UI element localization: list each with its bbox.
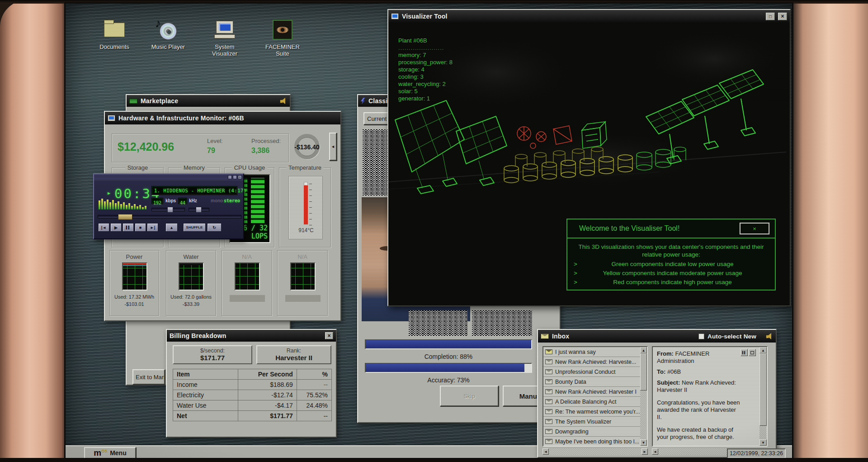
previous-button[interactable]: |◄ [98,223,109,232]
eye-icon [270,19,295,41]
monitor-bezel-left [0,0,66,462]
folder-icon [102,19,127,41]
desktop-icon-music-player[interactable]: ♪ Music Player [147,19,189,50]
list-item[interactable]: I just wanna say [543,347,640,357]
marketplace-titlebar[interactable]: Marketplace [127,95,290,107]
marketplace-icon [129,99,137,104]
stats-panel: $12,420.96 Level: 79 Processed: 3,386 [112,133,289,162]
close-icon[interactable]: × [238,175,242,179]
menu-button[interactable]: mOS Menu [84,447,136,458]
maximize-icon[interactable]: □ [766,13,775,20]
play-button[interactable]: ▶ [110,223,122,232]
speaker-icon[interactable] [280,98,287,104]
marketplace-title: Marketplace [141,97,277,105]
table-row: Water Use-$4.1724.48% [173,400,332,411]
inbox-icon [541,333,549,339]
message-list: I just wanna say New Rank Achieved: Harv… [542,346,648,447]
stat-storage: storage: 4 [398,66,453,73]
list-item[interactable]: Re: The warmest welcome you'r... [543,407,640,417]
pause-button[interactable]: ▌▌ [123,223,134,232]
popout-button[interactable] [749,349,756,356]
list-hscrollbar[interactable]: ◄ ► [542,448,648,455]
resource-power: Power Used: 17.32 MWh -$103.01 [109,250,159,316]
list-scrollbar[interactable]: ▲ ▼ [640,347,647,446]
icon-label: Documents [94,43,135,50]
legend-yellow: > Yellow components indicate moderate po… [567,270,775,276]
volume-slider[interactable] [151,208,185,211]
list-item[interactable]: New Rank Achieved: Harveste... [543,357,640,367]
read-envelope-icon [545,359,552,364]
scrollbar-thumb[interactable] [640,353,647,391]
visualizer-titlebar[interactable]: Visualizer Tool □ × [388,10,790,23]
level-value: 79 [207,147,215,155]
list-item[interactable]: Bounty Data [543,377,640,387]
scroll-left-icon[interactable]: ◄ [542,448,549,455]
scroll-left-icon[interactable]: ◄ [652,448,658,455]
list-item[interactable]: Maybe I've been doing this too l... [543,437,640,447]
seek-bar[interactable] [98,215,241,219]
cd-icon: ♪ [156,19,180,41]
visualizer-title: Visualizer Tool [402,13,763,20]
processed-label: Processed: [251,138,281,144]
welcome-dialog-header: Welcome to the Visualiser Tool! × [567,219,775,238]
auto-select-checkbox[interactable] [698,333,704,339]
billing-titlebar[interactable]: Billing Breakdown × [167,330,336,342]
col-item: Item [173,369,238,380]
inbox-titlebar[interactable]: Inbox Auto-select New [538,330,776,343]
close-icon[interactable]: × [778,13,787,20]
separator: ...................... [398,44,453,52]
email-scrollbar[interactable]: ▲ ▼ [760,347,767,446]
list-item[interactable]: The System Visualizer [543,417,640,427]
desktop-icon-system-visualizer[interactable]: System Visualizer [204,19,245,57]
balance-slider[interactable] [189,208,209,211]
monitor-bezel-top [0,0,868,4]
temperature-label: Temperature [286,164,324,171]
repeat-button[interactable]: ↻ [207,223,222,232]
shade-icon[interactable] [233,175,237,179]
skip-button[interactable]: Skip [440,386,499,406]
desktop-icon-faceminer-suite[interactable]: FACEMINER Suite [262,19,303,57]
monitor-icon [108,115,115,121]
scroll-up-icon[interactable]: ▲ [760,347,767,353]
pause-feed-button[interactable]: ▌▌ [741,349,748,356]
speaker-icon[interactable] [766,333,773,339]
stereo-indicator: stereo [224,198,240,203]
scroll-up-icon[interactable]: ▲ [640,347,647,353]
minimize-icon[interactable] [228,175,232,179]
scrollbar-thumb[interactable] [760,353,767,426]
reading-pane: From: FACEMINER Administration To: #06B … [652,346,768,447]
computer-icon [212,19,237,41]
list-item[interactable]: Unprofessional Conduct [543,367,640,377]
exit-to-marketplace-button[interactable]: Exit to Marl [132,369,165,385]
list-item[interactable]: New Rank Achieved: Harvester I [543,387,640,397]
read-envelope-icon [545,369,552,374]
scroll-right-icon[interactable]: ► [642,448,648,455]
spectrum-analyzer [99,199,146,210]
per-second-box: $/second: $171.77 [173,345,252,364]
taskbar-clock: 12/02/1999, 22:33:26 [727,448,786,458]
power-used: Used: 17.32 MWh [110,294,159,300]
close-icon[interactable]: × [740,223,769,234]
desktop-icon-documents[interactable]: Documents [94,19,135,50]
next-button[interactable]: ►| [147,223,158,232]
scroll-down-icon[interactable]: ▼ [640,439,647,446]
monitor-titlebar[interactable]: Hardware & Infrastructure Monitor: #06B [105,112,340,124]
list-item[interactable]: Downgrading [543,427,640,437]
water-label: Water [166,253,216,260]
list-item[interactable]: A Delicate Balancing Act [543,397,640,407]
player-titlebar[interactable]: × [94,174,243,180]
billing-table: Item Per Second % Income$188.69-- Electr… [173,369,332,421]
eject-button[interactable]: ▲ [165,223,178,232]
email-content: From: FACEMINER Administration To: #06B … [657,350,742,441]
stop-button[interactable]: ■ [135,223,146,232]
mono-indicator: mono [211,198,223,203]
power-cost: -$103.01 [110,301,159,307]
panel-collapse-button[interactable]: ◄ [329,133,337,161]
billing-title: Billing Breakdown [170,332,322,339]
shuffle-button[interactable]: SHUFFLE [183,223,206,232]
resource-na-2: N/A [277,250,328,316]
close-icon[interactable]: × [325,332,333,339]
scroll-down-icon[interactable]: ▼ [760,439,767,446]
os-logo: mOS [94,448,107,458]
temperature-gauge: Temperature 914°C [279,167,331,248]
